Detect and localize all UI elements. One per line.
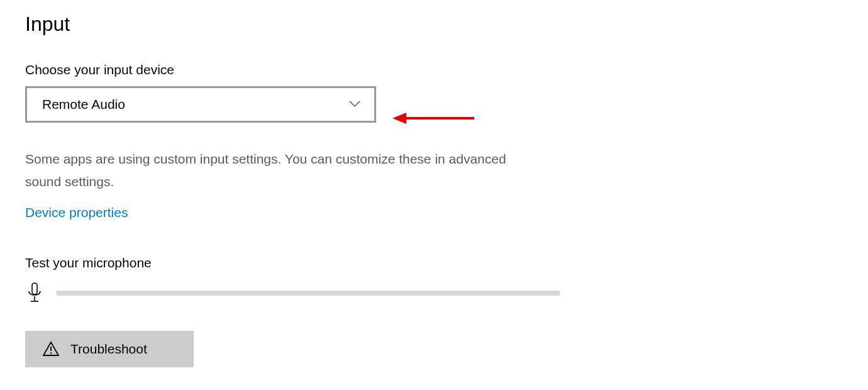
input-description: Some apps are using custom input setting… [25, 148, 516, 192]
device-properties-link[interactable]: Device properties [25, 205, 128, 220]
arrow-annotation [392, 109, 474, 128]
input-device-label: Choose your input device [25, 62, 843, 77]
warning-icon [43, 341, 59, 357]
microphone-level-bar [57, 291, 560, 296]
troubleshoot-button-label: Troubleshoot [70, 342, 147, 357]
chevron-down-icon [349, 99, 360, 110]
microphone-icon [25, 282, 44, 304]
svg-rect-2 [32, 283, 37, 294]
svg-marker-1 [392, 113, 406, 124]
test-microphone-label: Test your microphone [25, 255, 843, 270]
svg-point-6 [50, 353, 52, 354]
input-device-value: Remote Audio [42, 97, 125, 112]
input-device-dropdown[interactable]: Remote Audio [25, 86, 376, 123]
section-title: Input [25, 13, 843, 36]
troubleshoot-button[interactable]: Troubleshoot [25, 331, 194, 367]
